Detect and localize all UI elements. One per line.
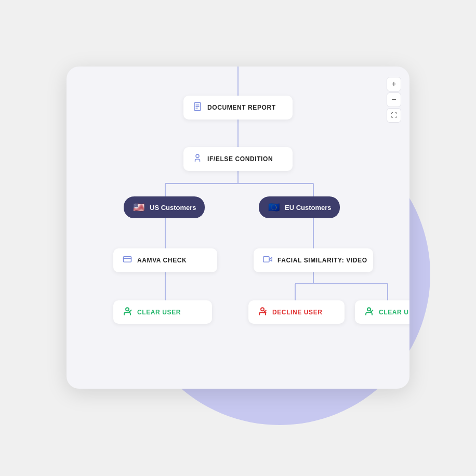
eu-flag-icon: 🇪🇺: [267, 201, 281, 214]
ifelse-node[interactable]: IF/ELSE CONDITION: [183, 147, 293, 171]
us-flag-icon: 🇺🇸: [132, 201, 146, 214]
document-report-node[interactable]: DOCUMENT REPORT: [183, 96, 293, 120]
flow-area: DOCUMENT REPORT IF/ELSE CONDITION 🇺🇸 US …: [67, 67, 409, 389]
svg-rect-20: [263, 257, 269, 262]
svg-point-21: [126, 308, 129, 311]
zoom-controls: + − ⛶: [387, 77, 401, 123]
aamva-check-node[interactable]: AAMVA CHECK: [113, 248, 217, 272]
us-customers-node[interactable]: 🇺🇸 US Customers: [124, 196, 205, 218]
zoom-in-button[interactable]: +: [387, 77, 401, 91]
decline-user-icon: [258, 307, 267, 318]
aamva-icon: [123, 255, 132, 266]
zoom-fit-button[interactable]: ⛶: [387, 108, 401, 123]
zoom-out-button[interactable]: −: [387, 92, 401, 107]
svg-point-25: [367, 308, 371, 311]
us-customers-label: US Customers: [150, 204, 196, 211]
clear-user-1-label: CLEAR USER: [137, 309, 181, 316]
workflow-card: + − ⛶: [67, 67, 409, 389]
aamva-label: AAMVA CHECK: [137, 257, 187, 264]
clear-user-2-label: CLEAR U: [379, 309, 409, 316]
ifelse-icon: [193, 153, 202, 165]
svg-point-17: [196, 154, 199, 157]
clear-user-1-icon: [123, 307, 132, 318]
decline-user-node[interactable]: DECLINE USER: [248, 300, 345, 324]
scene: + − ⛶: [35, 35, 441, 441]
svg-rect-18: [124, 257, 131, 262]
document-report-label: DOCUMENT REPORT: [207, 104, 276, 111]
clear-user-2-icon: [364, 307, 374, 318]
facial-icon: [263, 255, 272, 266]
eu-customers-node[interactable]: 🇪🇺 EU Customers: [259, 196, 340, 218]
facial-similarity-label: FACIAL SIMILARITY: VIDEO: [277, 257, 367, 264]
facial-similarity-node[interactable]: FACIAL SIMILARITY: VIDEO: [254, 248, 373, 272]
eu-customers-label: EU Customers: [285, 204, 332, 211]
decline-user-label: DECLINE USER: [272, 309, 323, 316]
ifelse-label: IF/ELSE CONDITION: [207, 155, 273, 163]
clear-user-1-node[interactable]: CLEAR USER: [113, 300, 212, 324]
clear-user-2-node[interactable]: CLEAR U: [355, 300, 409, 324]
document-icon: [193, 102, 202, 113]
